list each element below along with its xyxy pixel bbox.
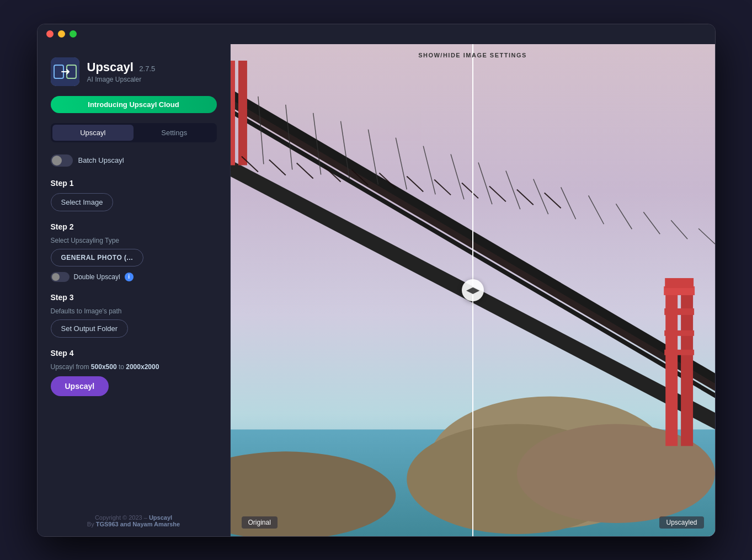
main-content: SHOW/HIDE IMAGE SETTINGS bbox=[231, 44, 715, 536]
tab-upscayl[interactable]: Upscayl bbox=[52, 125, 134, 141]
double-upscayl-row: Double Upscayl i bbox=[51, 272, 217, 282]
svg-rect-33 bbox=[664, 330, 694, 335]
footer-line1: Copyright © 2023 – Upscayl bbox=[51, 514, 217, 521]
label-original: Original bbox=[242, 516, 278, 529]
tab-group: Upscayl Settings bbox=[51, 123, 217, 142]
close-button[interactable] bbox=[46, 30, 54, 38]
app-subtitle: AI Image Upscaler bbox=[87, 76, 156, 83]
double-upscayl-label: Double Upscayl bbox=[74, 273, 120, 281]
app-window: Upscayl 2.7.5 AI Image Upscaler Introduc… bbox=[37, 24, 716, 537]
app-title-group: Upscayl 2.7.5 AI Image Upscaler bbox=[87, 60, 156, 83]
upscayl-button[interactable]: Upscayl bbox=[51, 376, 109, 396]
step2-section: Step 2 Select Upscayling Type GENERAL PH… bbox=[51, 222, 217, 282]
app-header: Upscayl 2.7.5 AI Image Upscaler bbox=[51, 57, 217, 86]
toggle-small-thumb bbox=[52, 273, 60, 281]
select-image-button[interactable]: Select Image bbox=[51, 193, 114, 211]
step3-label: Step 3 bbox=[51, 293, 217, 302]
svg-rect-37 bbox=[231, 60, 235, 165]
tab-settings[interactable]: Settings bbox=[134, 125, 215, 141]
svg-rect-38 bbox=[238, 60, 247, 165]
step3-section: Step 3 Defaults to Image's path Set Outp… bbox=[51, 293, 217, 338]
svg-rect-34 bbox=[664, 349, 694, 355]
model-select-button[interactable]: GENERAL PHOTO (... bbox=[51, 249, 144, 266]
minimize-button[interactable] bbox=[58, 30, 65, 38]
batch-toggle-row: Batch Upscayl bbox=[51, 154, 217, 167]
show-hide-settings-button[interactable]: SHOW/HIDE IMAGE SETTINGS bbox=[231, 44, 715, 66]
set-output-folder-button[interactable]: Set Output Folder bbox=[51, 319, 129, 338]
step4-description: Upscayl from 500x500 to 2000x2000 bbox=[51, 363, 217, 371]
label-upscayled: Upscayled bbox=[659, 516, 703, 529]
app-logo bbox=[51, 57, 79, 86]
compare-handle[interactable]: ◀▶ bbox=[462, 279, 484, 301]
maximize-button[interactable] bbox=[70, 30, 77, 38]
batch-upscayl-label: Batch Upscayl bbox=[78, 156, 124, 164]
compare-arrow-icon: ◀▶ bbox=[466, 285, 479, 295]
step1-section: Step 1 Select Image bbox=[51, 179, 217, 211]
step1-label: Step 1 bbox=[51, 179, 217, 188]
svg-rect-32 bbox=[664, 308, 694, 314]
title-bar bbox=[38, 24, 715, 44]
image-compare-container: ◀▶ Original Upscayled bbox=[231, 44, 715, 536]
app-name: Upscayl 2.7.5 bbox=[87, 60, 156, 74]
traffic-lights bbox=[46, 30, 77, 38]
sidebar-footer: Copyright © 2023 – Upscayl By TGS963 and… bbox=[51, 505, 217, 527]
svg-rect-36 bbox=[665, 278, 694, 288]
sidebar: Upscayl 2.7.5 AI Image Upscaler Introduc… bbox=[38, 44, 231, 536]
svg-rect-30 bbox=[665, 291, 678, 445]
step2-sublabel: Select Upscayling Type bbox=[51, 237, 217, 244]
double-upscayl-toggle[interactable] bbox=[51, 272, 70, 282]
step4-label: Step 4 bbox=[51, 349, 217, 358]
step3-sublabel: Defaults to Image's path bbox=[51, 307, 217, 315]
footer-line2: By TGS963 and Nayam Amarshe bbox=[51, 521, 217, 527]
svg-rect-31 bbox=[681, 291, 693, 445]
double-upscayl-info-icon[interactable]: i bbox=[125, 273, 134, 281]
step4-section: Step 4 Upscayl from 500x500 to 2000x2000… bbox=[51, 349, 217, 396]
toggle-thumb bbox=[52, 156, 62, 166]
batch-upscayl-toggle[interactable] bbox=[51, 154, 73, 167]
cloud-banner-button[interactable]: Introducing Upscayl Cloud bbox=[51, 96, 217, 113]
step2-label: Step 2 bbox=[51, 222, 217, 231]
main-layout: Upscayl 2.7.5 AI Image Upscaler Introduc… bbox=[38, 44, 715, 536]
